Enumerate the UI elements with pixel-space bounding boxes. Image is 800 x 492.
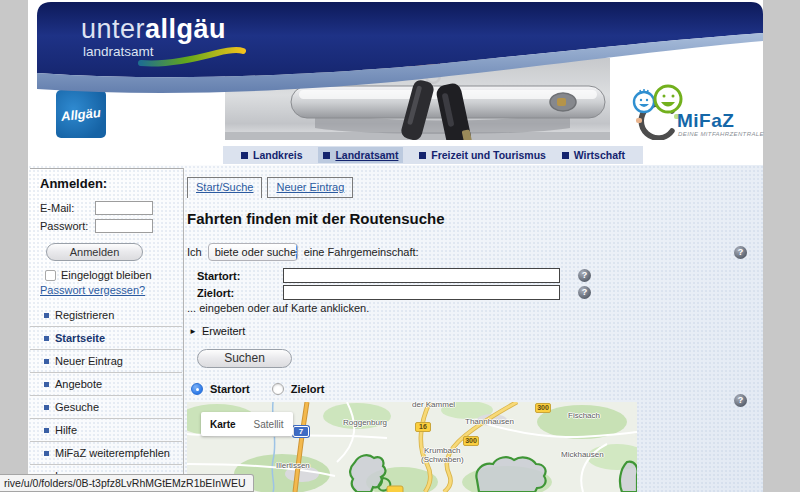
menu-bullet-icon: [44, 359, 49, 364]
ride-type-select[interactable]: biete oder suche: [208, 243, 298, 261]
sidebar-item-mifaz-weiterempfehlen[interactable]: MiFaZ weiterempfehlen: [30, 442, 182, 465]
password-field[interactable]: [95, 219, 153, 233]
map-badge-a7: 7: [293, 426, 309, 437]
nav-bullet-icon: [323, 152, 330, 159]
sentence-prefix: Ich: [187, 246, 202, 258]
nav-label: Landratsamt: [335, 149, 398, 161]
map-type-karte-button[interactable]: Karte: [201, 419, 245, 430]
destination-input[interactable]: [283, 285, 560, 300]
map-label-mickhausen: Mickhausen: [561, 450, 604, 459]
main-navbar: Landkreis Landratsamt Freizeit und Touri…: [223, 146, 643, 164]
sidebar-item-gesuche[interactable]: Gesuche: [30, 396, 182, 419]
radio-zielort-label: Zielort: [291, 383, 325, 395]
route-map[interactable]: der Kammel Roggenburg Thannhausen Fischa…: [187, 402, 637, 492]
header-photo-car-keys: [225, 58, 610, 140]
map-label-illertissen: Illertissen: [276, 461, 310, 470]
map-label-fischach: Fischach: [568, 411, 600, 420]
allgaeu-logo-text: Allgäu: [60, 104, 101, 123]
logo-word-light: unter: [81, 14, 145, 44]
status-url-tooltip: rive/u/0/folders/0B-t3pfz8LvRhMGtEMzR1bE…: [0, 474, 254, 492]
map-type-satellit-button[interactable]: Satellit: [245, 419, 293, 430]
forgot-password-link[interactable]: Passwort vergessen?: [40, 284, 182, 296]
menu-label: Gesuche: [55, 401, 99, 413]
menu-bullet-icon: [44, 382, 49, 387]
email-row: E-Mail:: [40, 201, 182, 215]
tab-neuer-eintrag[interactable]: Neuer Eintrag: [267, 177, 353, 198]
car-door-photo-graphic: [225, 58, 610, 140]
nav-label: Landkreis: [253, 149, 303, 161]
map-label-krumbach-2: (Schwaben): [421, 455, 464, 464]
nav-bullet-icon: [562, 152, 569, 159]
map-label-thannhausen: Thannhausen: [465, 417, 514, 426]
advanced-expander[interactable]: ► Erweitert: [189, 325, 245, 337]
email-label: E-Mail:: [40, 202, 95, 214]
menu-bullet-icon: [44, 405, 49, 410]
sidebar-item-angebote[interactable]: Angebote: [30, 373, 182, 396]
nav-bullet-icon: [419, 152, 426, 159]
sidebar-menu: Registrieren Startseite Neuer Eintrag An…: [30, 304, 182, 488]
menu-label: Hilfe: [55, 424, 77, 436]
remember-checkbox[interactable]: [45, 270, 56, 281]
remember-label: Eingeloggt bleiben: [61, 269, 152, 281]
nav-item-landratsamt[interactable]: Landratsamt: [318, 147, 403, 163]
mifaz-logo[interactable]: MiFaZ DEINE MITFAHRZENTRALE: [628, 84, 763, 140]
nav-item-landkreis[interactable]: Landkreis: [241, 149, 303, 161]
site-logo-wordmark: unterallgäu: [81, 14, 226, 45]
help-icon-start[interactable]: ?: [578, 269, 591, 282]
search-button[interactable]: Suchen: [197, 349, 292, 368]
ride-type-row: Ich biete oder suche eine Fahrgemeinscha…: [187, 243, 419, 261]
map-mode-radio-row: Startort Zielort: [191, 383, 324, 395]
tab-start-suche[interactable]: Start/Suche: [187, 177, 262, 198]
site-logo-subtitle: landratsamt: [83, 44, 154, 59]
email-field[interactable]: [95, 201, 153, 215]
nav-item-wirtschaft[interactable]: Wirtschaft: [562, 149, 625, 161]
radio-startort[interactable]: [191, 383, 203, 395]
radio-startort-label: Startort: [210, 383, 250, 395]
expand-arrow-icon: ►: [189, 327, 197, 336]
page-title: Fahrten finden mit der Routensuche: [187, 210, 445, 227]
start-input[interactable]: [283, 268, 560, 283]
nav-label: Wirtschaft: [574, 149, 625, 161]
nav-bullet-icon: [241, 152, 248, 159]
help-icon-map[interactable]: ?: [734, 394, 747, 407]
content-tabs: Start/Suche Neuer Eintrag: [187, 177, 358, 198]
allgaeu-logo[interactable]: Allgäu: [56, 90, 106, 138]
nav-item-freizeit-und-tourismus[interactable]: Freizeit und Tourismus: [419, 149, 546, 161]
menu-label: Registrieren: [55, 309, 114, 321]
menu-bullet-icon: [44, 313, 49, 318]
map-badge-b300: 300: [463, 436, 479, 446]
start-label: Startort:: [197, 270, 240, 282]
map-badge-b16: 16: [415, 422, 431, 432]
menu-label: Neuer Eintrag: [55, 355, 123, 367]
nav-label: Freizeit und Tourismus: [431, 149, 546, 161]
map-label-roggenburg: Roggenburg: [343, 418, 387, 427]
sidebar-top-divider: [30, 168, 183, 169]
map-label-krumbach: Krumbach: [424, 446, 460, 455]
map-type-control: Karte Satellit: [201, 412, 293, 436]
destination-label: Zielort:: [197, 287, 234, 299]
sidebar-item-registrieren[interactable]: Registrieren: [30, 304, 182, 327]
sidebar-item-hilfe[interactable]: Hilfe: [30, 419, 182, 442]
sentence-suffix: eine Fahrgemeinschaft:: [304, 246, 419, 258]
map-hint-text: ... eingeben oder auf Karte anklicken.: [187, 302, 369, 314]
login-button[interactable]: Anmelden: [46, 243, 143, 261]
logo-word-bold: allgäu: [145, 14, 226, 44]
menu-label: Angebote: [55, 378, 102, 390]
sidebar-vertical-divider: [183, 168, 184, 492]
help-icon-ride-type[interactable]: ?: [734, 246, 747, 259]
menu-label: MiFaZ weiterempfehlen: [55, 447, 170, 459]
map-label-kammel: der Kammel: [412, 402, 455, 409]
sidebar-item-startseite[interactable]: Startseite: [30, 327, 182, 350]
mifaz-tagline: DEINE MITFAHRZENTRALE: [678, 131, 764, 137]
browser-page: unterallgäu landratsamt Allgäu MiFaZ DEI…: [28, 0, 763, 492]
radio-zielort[interactable]: [272, 383, 284, 395]
ride-type-selected-value: biete oder suche: [209, 244, 296, 260]
sidebar-item-neuer-eintrag[interactable]: Neuer Eintrag: [30, 350, 182, 373]
menu-bullet-icon: [44, 428, 49, 433]
login-heading: Anmelden:: [40, 176, 182, 191]
remember-row: Eingeloggt bleiben: [45, 269, 182, 281]
help-icon-destination[interactable]: ?: [578, 286, 591, 299]
menu-label: Startseite: [55, 332, 105, 344]
password-label: Passwort:: [40, 220, 95, 232]
menu-bullet-icon: [44, 451, 49, 456]
